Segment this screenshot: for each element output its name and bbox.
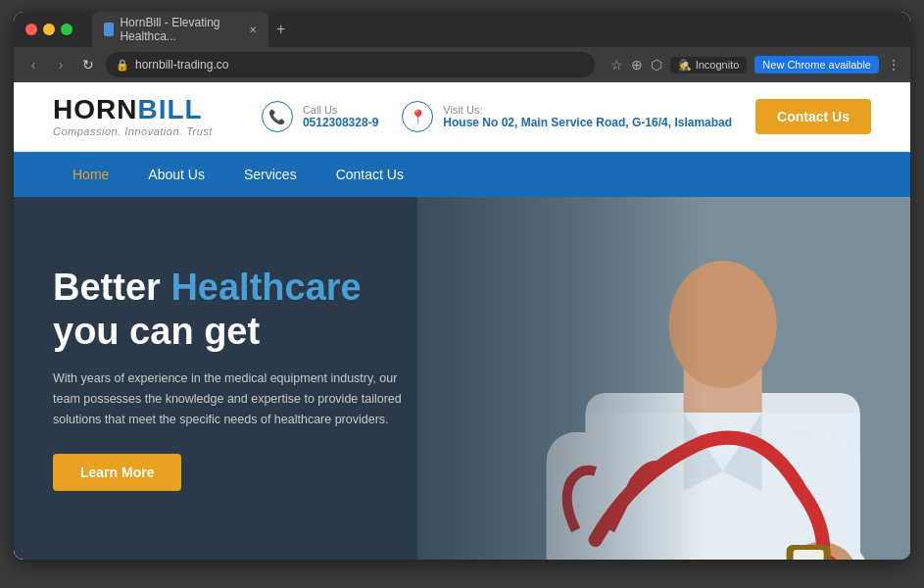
call-us-item: 📞 Call Us 0512308328-9 (262, 101, 378, 132)
nav-about[interactable]: About Us (128, 153, 224, 196)
visit-us-item: 📍 Visit Us: House No 02, Main Service Ro… (402, 101, 732, 132)
hero-title-line2: you can get (53, 311, 260, 352)
phone-number: 0512308328-9 (303, 116, 378, 129)
hero-section: Better Healthcare you can get With years… (14, 197, 910, 560)
site-header: HORNBILL Compassion. Innovation. Trust 📞… (14, 82, 910, 152)
learn-more-button[interactable]: Learn More (53, 454, 181, 491)
logo-tagline: Compassion. Innovation. Trust (53, 125, 213, 137)
browser-actions: ☆ ⊕ ⬡ 🕵 Incognito New Chrome available ⋮ (610, 56, 900, 74)
phone-icon: 📞 (262, 101, 293, 132)
bookmark-icon[interactable]: ☆ (610, 57, 623, 73)
svg-rect-15 (793, 550, 823, 560)
maximize-window-button[interactable] (61, 24, 73, 35)
logo-bill: BILL (137, 94, 202, 124)
tab-title: HornBill - Elevating Healthca... (120, 16, 239, 43)
minimize-window-button[interactable] (43, 24, 55, 35)
header-contact: 📞 Call Us 0512308328-9 📍 Visit Us: House… (262, 99, 871, 134)
contact-us-header-button[interactable]: Contact Us (755, 99, 871, 134)
website-content: HORNBILL Compassion. Innovation. Trust 📞… (14, 82, 910, 560)
back-button[interactable]: ‹ (24, 57, 43, 73)
visit-label: Visit Us: (443, 104, 732, 116)
address-text: House No 02, Main Service Road, G-16/4, … (443, 116, 732, 129)
incognito-label: Incognito (696, 59, 740, 71)
logo: HORNBILL (53, 96, 213, 123)
visit-info: Visit Us: House No 02, Main Service Road… (443, 104, 732, 129)
call-info: Call Us 0512308328-9 (303, 104, 378, 129)
nav-home[interactable]: Home (53, 153, 128, 196)
nav-items: Home About Us Services Contact Us (53, 153, 423, 196)
new-tab-button[interactable]: + (276, 21, 285, 38)
incognito-badge: 🕵 Incognito (670, 57, 748, 74)
profile-icon[interactable]: ⊕ (631, 57, 643, 73)
lock-icon: 🔒 (116, 59, 129, 72)
hero-content: Better Healthcare you can get With years… (14, 197, 507, 560)
location-icon: 📍 (402, 101, 433, 132)
incognito-icon: 🕵 (678, 59, 692, 72)
traffic-lights (25, 24, 73, 35)
url-display: hornbill-trading.co (135, 58, 228, 72)
address-bar[interactable]: 🔒 hornbill-trading.co (106, 52, 595, 77)
close-window-button[interactable] (25, 24, 37, 35)
tab-bar: HornBill - Elevating Healthca... ✕ + (92, 12, 899, 47)
chrome-update-button[interactable]: New Chrome available (754, 56, 879, 74)
logo-horn: HORN (53, 94, 137, 124)
extension-icon[interactable]: ⬡ (651, 57, 662, 73)
tab-close-button[interactable]: ✕ (249, 24, 257, 35)
nav-services[interactable]: Services (224, 153, 316, 196)
active-tab[interactable]: HornBill - Elevating Healthca... ✕ (92, 12, 268, 47)
tab-favicon (104, 23, 114, 36)
browser-window: HornBill - Elevating Healthca... ✕ + ‹ ›… (14, 12, 910, 560)
logo-area: HORNBILL Compassion. Innovation. Trust (53, 96, 213, 137)
hero-title-highlight: Healthcare (170, 267, 361, 308)
browser-toolbar: ‹ › ↻ 🔒 hornbill-trading.co ☆ ⊕ ⬡ 🕵 Inco… (14, 47, 910, 82)
menu-icon[interactable]: ⋮ (887, 57, 900, 73)
forward-button[interactable]: › (51, 57, 71, 73)
site-navigation: Home About Us Services Contact Us (14, 152, 910, 197)
refresh-button[interactable]: ↻ (78, 57, 98, 73)
nav-contact[interactable]: Contact Us (316, 153, 423, 196)
title-bar: HornBill - Elevating Healthca... ✕ + (14, 12, 910, 47)
hero-title-normal: Better (53, 267, 170, 308)
hero-title: Better Healthcare you can get (53, 266, 467, 355)
call-label: Call Us (303, 104, 378, 116)
hero-description: With years of experience in the medical … (53, 368, 425, 431)
